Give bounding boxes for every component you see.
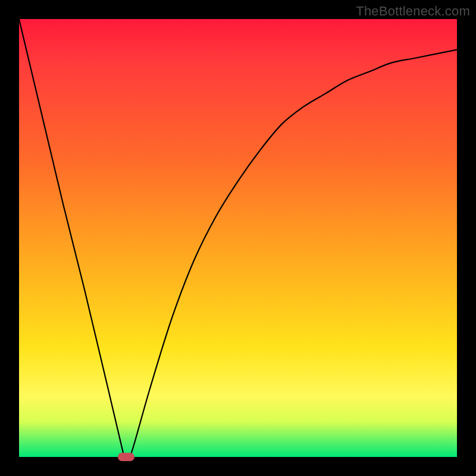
watermark-text: TheBottleneck.com [356, 4, 470, 19]
plot-area [19, 19, 457, 457]
bottleneck-curve [19, 19, 457, 457]
optimal-marker [118, 453, 134, 461]
chart-frame: TheBottleneck.com [0, 0, 476, 476]
